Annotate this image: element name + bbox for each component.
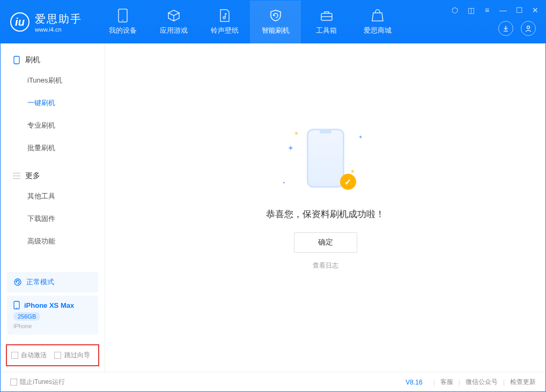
view-log-link[interactable]: 查看日志 bbox=[313, 261, 338, 270]
mode-label: 正常模式 bbox=[26, 277, 54, 287]
mode-block[interactable]: 正常模式 bbox=[7, 272, 98, 292]
svg-point-1 bbox=[122, 20, 123, 21]
bag-icon bbox=[371, 9, 385, 23]
app-header: iu 爱思助手 www.i4.cn 我的设备 应用游戏 铃声壁纸 智能刷机 工具… bbox=[1, 1, 545, 43]
music-file-icon bbox=[218, 9, 232, 23]
svg-point-2 bbox=[223, 17, 225, 19]
footer-link-wechat[interactable]: 微信公众号 bbox=[466, 378, 498, 387]
footer-link-update[interactable]: 检查更新 bbox=[510, 378, 536, 387]
tab-label: 应用游戏 bbox=[160, 26, 188, 35]
section-title: 更多 bbox=[25, 171, 40, 181]
logo-area: iu 爱思助手 www.i4.cn bbox=[1, 12, 92, 33]
status-bar: 阻止iTunes运行 V8.16 | 客服 | 微信公众号 | 检查更新 bbox=[1, 372, 545, 392]
tab-store[interactable]: 爱思商城 bbox=[352, 1, 403, 43]
window-controls: ⬡ ◫ ≡ — ☐ ✕ bbox=[450, 6, 540, 14]
tab-toolbox[interactable]: 工具箱 bbox=[301, 1, 352, 43]
sidebar-item-advanced[interactable]: 高级功能 bbox=[1, 230, 105, 253]
tab-label: 爱思商城 bbox=[364, 26, 392, 35]
svg-rect-5 bbox=[14, 56, 19, 64]
phone-icon bbox=[12, 56, 21, 64]
main-content: ✓ ✦ ✦ • 恭喜您，保资料刷机成功啦！ 确定 查看日志 bbox=[105, 43, 545, 372]
sidebar-item-download-firmware[interactable]: 下载固件 bbox=[1, 208, 105, 230]
menu-icon[interactable]: ≡ bbox=[482, 6, 492, 14]
sidebar-item-pro-flash[interactable]: 专业刷机 bbox=[1, 114, 105, 137]
tab-my-device[interactable]: 我的设备 bbox=[97, 1, 148, 43]
header-actions bbox=[498, 21, 536, 36]
success-message: 恭喜您，保资料刷机成功啦！ bbox=[266, 208, 385, 220]
tab-ringtones[interactable]: 铃声壁纸 bbox=[199, 1, 250, 43]
sidebar-item-batch-flash[interactable]: 批量刷机 bbox=[1, 137, 105, 159]
section-title: 刷机 bbox=[25, 55, 40, 65]
sidebar-section-more: 更多 bbox=[1, 167, 105, 185]
minimize-button[interactable]: — bbox=[498, 6, 508, 14]
cube-icon bbox=[167, 9, 181, 23]
sidebar-section-flash: 刷机 bbox=[1, 51, 105, 69]
device-name: iPhone XS Max bbox=[24, 301, 74, 309]
options-highlight-box: 自动激活 跳过向导 bbox=[6, 344, 99, 366]
checkbox-block-itunes[interactable]: 阻止iTunes运行 bbox=[10, 378, 65, 387]
tab-flash[interactable]: 智能刷机 bbox=[250, 1, 301, 43]
list-icon bbox=[12, 172, 21, 180]
sidebar: 刷机 iTunes刷机 一键刷机 专业刷机 批量刷机 更多 其他工具 下载固件 … bbox=[1, 43, 105, 372]
user-icon[interactable] bbox=[521, 21, 536, 36]
sidebar-item-other-tools[interactable]: 其他工具 bbox=[1, 185, 105, 208]
app-url: www.i4.cn bbox=[35, 26, 82, 33]
device-card[interactable]: iPhone XS Max 256GB iPhone bbox=[7, 295, 98, 335]
top-tabs: 我的设备 应用游戏 铃声壁纸 智能刷机 工具箱 爱思商城 bbox=[97, 1, 403, 43]
lock-icon[interactable]: ◫ bbox=[466, 6, 476, 14]
phone-outline-icon bbox=[13, 301, 20, 309]
shirt-icon[interactable]: ⬡ bbox=[450, 6, 460, 14]
sidebar-item-itunes-flash[interactable]: iTunes刷机 bbox=[1, 69, 105, 92]
checkbox-skip-wizard[interactable]: 跳过向导 bbox=[54, 351, 90, 360]
footer-link-support[interactable]: 客服 bbox=[440, 378, 453, 387]
version-label: V8.16 bbox=[405, 379, 422, 386]
sidebar-item-oneclick-flash[interactable]: 一键刷机 bbox=[1, 92, 105, 114]
device-icon bbox=[116, 9, 130, 23]
tab-label: 铃声壁纸 bbox=[211, 26, 239, 35]
refresh-icon bbox=[13, 278, 22, 286]
success-illustration: ✓ ✦ ✦ • bbox=[285, 129, 366, 193]
ok-button[interactable]: 确定 bbox=[294, 232, 357, 253]
toolbox-icon bbox=[320, 9, 334, 23]
svg-point-6 bbox=[14, 279, 21, 285]
tab-label: 工具箱 bbox=[316, 26, 337, 35]
device-type: iPhone bbox=[13, 323, 92, 329]
close-button[interactable]: ✕ bbox=[530, 6, 540, 14]
checkbox-auto-activate[interactable]: 自动激活 bbox=[11, 351, 47, 360]
app-title: 爱思助手 bbox=[35, 12, 82, 26]
tab-label: 我的设备 bbox=[109, 26, 137, 35]
download-icon[interactable] bbox=[498, 21, 513, 36]
svg-point-8 bbox=[16, 307, 17, 308]
storage-badge: 256GB bbox=[13, 312, 40, 321]
shield-refresh-icon bbox=[269, 9, 283, 23]
tab-label: 智能刷机 bbox=[262, 26, 290, 35]
check-circle-icon: ✓ bbox=[340, 174, 356, 190]
tab-apps[interactable]: 应用游戏 bbox=[148, 1, 199, 43]
logo-icon: iu bbox=[10, 12, 29, 32]
svg-point-4 bbox=[527, 26, 530, 29]
maximize-button[interactable]: ☐ bbox=[514, 6, 524, 14]
